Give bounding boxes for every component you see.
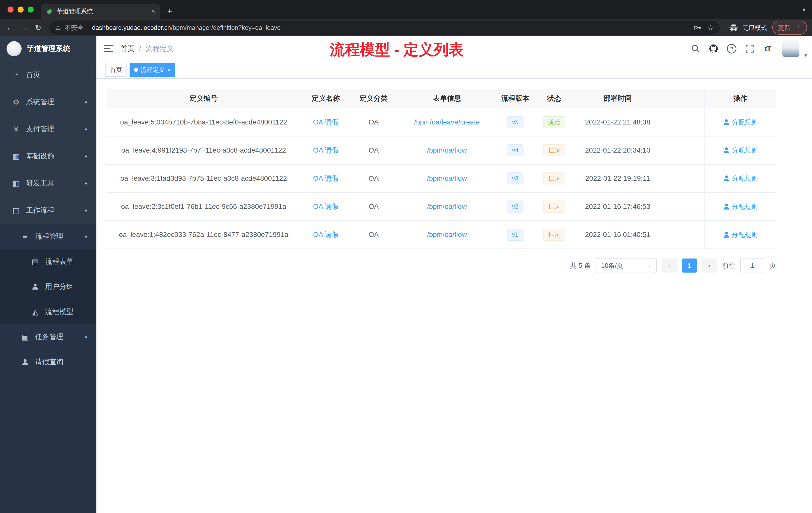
sidebar-item-home[interactable]: ◔ 首页 [0,61,96,88]
sidebar-item-process-form[interactable]: ▤ 流程表单 [0,249,96,274]
search-icon[interactable] [688,36,703,61]
column-header: 操作 [704,89,776,108]
tag-close-icon[interactable]: × [167,67,171,73]
version-badge: v1 [497,221,533,248]
prev-page-button[interactable]: ‹ [662,259,677,273]
user-avatar[interactable] [782,40,800,57]
row-actions: 分配规则 [704,164,776,192]
bookmark-star-icon[interactable]: ☆ [707,24,714,32]
paper-plane-icon: ◭ [30,307,41,316]
security-label[interactable]: 不安全 [65,24,84,32]
form-link: /bpm/oa/leave/create [397,109,497,136]
new-tab-button[interactable]: + [163,4,176,18]
tag-process-definition[interactable]: 流程定义 × [129,63,175,77]
maximize-window-icon[interactable] [28,6,34,12]
status-badge: 挂起 [533,193,575,220]
assign-rule-button[interactable]: 分配规则 [723,118,758,127]
sidebar-item-process-management[interactable]: ≡ 流程管理 ∧ [0,224,96,249]
next-page-button[interactable]: › [702,259,717,273]
table-header-row: 定义编号 定义名称 定义分类 表单信息 流程版本 状态 部署时间 操作 [106,89,776,109]
goto-page-input[interactable]: 1 [740,258,764,273]
assign-rule-button[interactable]: 分配规则 [723,174,758,183]
url-text[interactable]: dashboard.yudao.iocoder.cn/bpm/manager/d… [92,24,281,31]
definition-id: oa_leave:1:482ec033-762a-11ec-8477-a2380… [106,221,301,248]
column-header: 部署时间 [575,89,660,108]
assign-rule-button[interactable]: 分配规则 [723,146,758,155]
sidebar-item-task-management[interactable]: ▣ 任务管理 ∨ [0,324,96,350]
sidebar-item-infrastructure[interactable]: ▥ 基础设施 ∨ [0,143,96,170]
sidebar-collapse-icon[interactable] [96,45,120,52]
password-key-icon[interactable] [693,24,701,32]
deployed-time: 2022-01-16 17:46:53 [575,193,660,220]
avatar-caret-icon[interactable]: ▾ [805,52,807,58]
sidebar-item-payment-management[interactable]: ¥ 支付管理 ∨ [0,116,96,143]
breadcrumb-home[interactable]: 首页 [120,44,135,54]
forward-icon[interactable]: → [17,21,31,35]
font-size-icon[interactable]: tT [760,36,775,61]
sidebar-item-process-model[interactable]: ◭ 流程模型 [0,299,96,324]
tab-search-chevron-icon[interactable]: ∨ [802,6,812,13]
version-badge: v4 [497,137,533,164]
browser-update-button[interactable]: 更新 ⋮ [772,21,807,35]
person-icon [723,175,730,182]
browser-tab[interactable]: 芋道管理系统 × [41,3,160,19]
address-bar[interactable]: ⚠ 不安全 dashboard.yudao.iocoder.cn/bpm/man… [49,21,720,35]
sidebar-item-label: 支付管理 [26,124,54,134]
assign-rule-button[interactable]: 分配规则 [723,231,758,239]
question-glyph: ? [727,44,736,54]
person-icon [723,147,730,154]
chevron-down-icon: ∨ [84,181,88,186]
help-icon[interactable]: ? [724,36,739,61]
row-filler [660,109,704,136]
tab-close-icon[interactable]: × [151,7,155,15]
navbar: 首页 / 流程定义 流程模型 - 定义列表 ? [96,36,812,61]
user-group-icon [30,283,41,290]
incognito-label: 无痕模式 [742,24,767,32]
back-icon[interactable]: ← [3,21,17,35]
tags-view-bar: 首页 流程定义 × [96,61,812,79]
column-header: 定义分类 [350,89,397,108]
tag-home[interactable]: 首页 [106,63,126,77]
github-icon[interactable] [706,36,721,61]
person-icon [723,232,730,238]
app: 芋道管理系统 ◔ 首页 ⚙ 系统管理 ∨ ¥ 支付管理 ∨ ▥ 基础设施 ∨ [0,36,812,513]
yen-icon: ¥ [10,125,22,133]
document-icon: ▤ [30,257,41,266]
minimize-window-icon[interactable] [18,6,24,12]
close-window-icon[interactable] [7,6,13,12]
deployed-time: 2022-01-22 20:34:10 [575,137,660,164]
window-controls [0,0,41,19]
workflow-icon: ◫ [10,206,22,215]
reload-icon[interactable]: ↻ [31,21,45,35]
deployed-time: 2022-01-16 01:40:51 [575,221,660,248]
sidebar-item-label: 工作流程 [26,206,54,215]
column-header: 定义名称 [301,89,350,108]
page-number-button[interactable]: 1 [682,259,697,273]
sidebar-item-label: 流程表单 [45,257,73,266]
update-label: 更新 [778,24,790,32]
sidebar: 芋道管理系统 ◔ 首页 ⚙ 系统管理 ∨ ¥ 支付管理 ∨ ▥ 基础设施 ∨ [0,36,96,513]
status-badge: 挂起 [533,221,575,248]
sidebar-item-label: 任务管理 [35,332,63,341]
url-path: /bpm/manager/definition?key=oa_leave [171,24,281,31]
sidebar-logo[interactable]: 芋道管理系统 [0,36,96,61]
sidebar-item-label: 首页 [26,70,40,80]
total-count: 共 5 条 [570,261,590,270]
assign-rule-button[interactable]: 分配规则 [723,202,758,211]
sidebar-item-user-group[interactable]: 用户分组 [0,274,96,299]
dashboard-icon: ◔ [10,70,22,79]
table-row: oa_leave:5:004b710b-7b8a-11ec-8ef0-acde4… [106,109,776,137]
definition-id: oa_leave:5:004b710b-7b8a-11ec-8ef0-acde4… [106,109,301,136]
sidebar-item-workflow[interactable]: ◫ 工作流程 ∧ [0,197,96,224]
definition-id: oa_leave:2:3c1f0ef1-76b1-11ec-9c66-a2380… [106,193,301,220]
column-header: 表单信息 [397,89,497,108]
sidebar-item-dev-tools[interactable]: ◧ 研发工具 ∨ [0,170,96,197]
sidebar-item-system-management[interactable]: ⚙ 系统管理 ∨ [0,88,96,116]
page-size-select[interactable]: 10条/页 ∨ [596,258,657,273]
person-icon [723,203,730,210]
sidebar-item-leave-query[interactable]: 请假查询 [0,350,96,374]
page-unit-label: 页 [769,261,776,270]
form-link: /bpm/oa/flow [397,137,497,164]
fullscreen-icon[interactable] [742,36,757,61]
browser-menu-icon[interactable]: ⋮ [795,24,802,32]
